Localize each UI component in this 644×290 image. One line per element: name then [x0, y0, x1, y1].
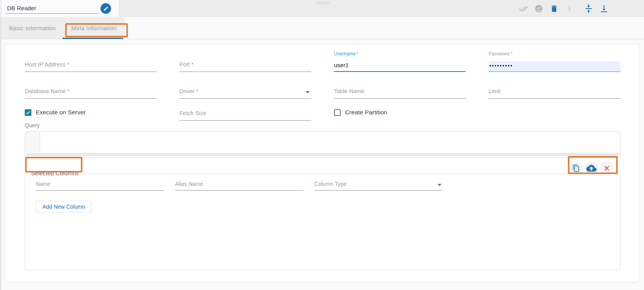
execute-on-server-option: Execute on Server: [25, 104, 157, 121]
query-code-editor[interactable]: [25, 131, 620, 158]
column-definition-row: Name Alias Name Column Type: [25, 174, 620, 191]
execute-on-server-checkbox[interactable]: [25, 109, 31, 116]
port-placeholder: Port *: [179, 61, 193, 68]
more-vert-icon[interactable]: [565, 4, 574, 13]
limit-placeholder: Limit: [489, 88, 501, 94]
delete-icon[interactable]: [549, 4, 559, 13]
limit-field[interactable]: Limit: [489, 77, 620, 99]
driver-placeholder: Driver *: [179, 88, 198, 94]
host-ip-placeholder: Host IP Address *: [25, 61, 69, 68]
edit-title-button[interactable]: [100, 3, 111, 14]
window-header: [0, 0, 644, 17]
query-section: Query: [25, 122, 620, 158]
meta-information-panel: Host IP Address * Port * Username* user1…: [5, 44, 640, 282]
drag-handle[interactable]: [316, 1, 330, 5]
database-name-placeholder: Database Name *: [25, 88, 69, 94]
chevron-down-icon[interactable]: [438, 184, 441, 186]
driver-select[interactable]: Driver *: [179, 77, 311, 99]
db-reader-config-window: Basic Information Meta Information Host …: [0, 0, 644, 290]
tab-bar: Basic Information Meta Information: [0, 17, 644, 39]
password-label: Password *: [489, 51, 513, 57]
alias-name-placeholder: Alias Name: [175, 181, 203, 187]
alias-name-field[interactable]: Alias Name: [175, 176, 304, 191]
tab-basic-information[interactable]: Basic Information: [2, 17, 63, 39]
done-all-icon[interactable]: [519, 4, 528, 13]
pencil-icon: [103, 6, 109, 11]
active-tab-indicator: [62, 38, 123, 39]
close-icon[interactable]: [600, 161, 614, 175]
copy-icon[interactable]: [569, 161, 583, 175]
password-field[interactable]: Password * •••••••••: [489, 51, 620, 72]
header-toolbar: [519, 4, 609, 13]
column-name-field[interactable]: Name: [36, 176, 164, 191]
editor-gutter: [25, 132, 40, 152]
database-name-field[interactable]: Database Name *: [25, 77, 157, 99]
tab-meta-information[interactable]: Meta Information: [63, 17, 125, 39]
selected-columns-legend: Selected Columns: [28, 170, 82, 176]
username-value: user1: [334, 62, 349, 68]
column-type-select[interactable]: Column Type: [314, 176, 443, 191]
selected-columns-fieldset: Selected Columns Name Alias Name: [25, 174, 620, 270]
create-partition-checkbox[interactable]: [334, 109, 341, 116]
node-title-input[interactable]: [5, 3, 99, 14]
required-star: *: [356, 51, 358, 57]
add-new-column-button[interactable]: Add New Column: [36, 201, 92, 213]
column-type-placeholder: Column Type: [314, 181, 347, 187]
execute-on-server-label: Execute on Server: [36, 109, 86, 116]
vertical-align-bottom-icon[interactable]: [599, 4, 609, 13]
port-field[interactable]: Port *: [179, 51, 311, 72]
host-ip-field[interactable]: Host IP Address *: [25, 51, 157, 72]
username-label: Username*: [334, 51, 358, 57]
connection-form: Host IP Address * Port * Username* user1…: [5, 44, 639, 121]
selected-columns-actions: [569, 161, 614, 175]
editor-horizontal-scrollbar[interactable]: [26, 153, 619, 156]
username-field[interactable]: Username* user1: [334, 51, 466, 72]
column-name-placeholder: Name: [36, 181, 50, 187]
create-partition-option: Create Partition: [334, 104, 466, 121]
table-name-placeholder: Table Name: [334, 88, 364, 94]
window-left-edge: [0, 17, 2, 290]
pin-check-icon[interactable]: [534, 4, 544, 13]
node-title-container: [2, 0, 119, 17]
cloud-upload-icon[interactable]: [584, 161, 598, 175]
fetch-size-field[interactable]: Fetch Size: [179, 104, 311, 121]
vertical-align-center-icon[interactable]: [584, 4, 593, 13]
chevron-down-icon[interactable]: [306, 91, 310, 94]
query-label: Query: [25, 122, 620, 128]
fetch-size-placeholder: Fetch Size: [179, 110, 206, 116]
create-partition-label: Create Partition: [345, 109, 387, 116]
tabs-strip: Basic Information Meta Information: [2, 17, 125, 39]
password-masked-value: •••••••••: [489, 63, 513, 68]
table-name-field[interactable]: Table Name: [334, 77, 466, 99]
